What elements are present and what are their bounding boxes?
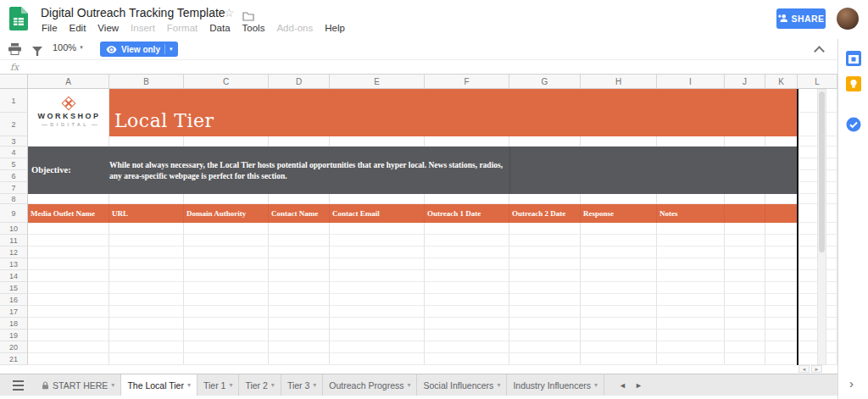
row-header-19[interactable]: 19	[0, 330, 28, 341]
document-title[interactable]: Digital Outreach Tracking Template	[41, 6, 225, 19]
cell-J20[interactable]	[725, 341, 765, 353]
table-header-outreach-1-date[interactable]: Outreach 1 Date	[425, 204, 509, 223]
menu-data[interactable]: Data	[203, 21, 236, 35]
cell-E15[interactable]	[330, 282, 425, 294]
cell-J12[interactable]	[725, 247, 765, 258]
cell-F16[interactable]	[425, 294, 509, 306]
cell-H8[interactable]	[581, 194, 657, 204]
cell-E12[interactable]	[330, 247, 425, 258]
cell-K9[interactable]	[765, 204, 798, 223]
cell-I19[interactable]	[657, 330, 725, 341]
cell-G16[interactable]	[509, 294, 581, 306]
table-header-outreach-2-date[interactable]: Outreach 2 Date	[509, 204, 581, 223]
cell-A16[interactable]	[28, 294, 109, 306]
cell-G15[interactable]	[509, 282, 581, 294]
cell-A20[interactable]	[28, 341, 109, 353]
menu-edit[interactable]: Edit	[64, 21, 92, 35]
cell-I18[interactable]	[657, 318, 725, 330]
cell-H10[interactable]	[581, 223, 657, 235]
cell-J16[interactable]	[725, 294, 765, 306]
star-icon[interactable]: ☆	[224, 6, 235, 19]
cell-K11[interactable]	[765, 235, 798, 247]
cell-C19[interactable]	[184, 330, 269, 341]
cell-E10[interactable]	[330, 223, 425, 235]
cell-E14[interactable]	[330, 270, 425, 282]
caret-down-icon[interactable]: ▾	[170, 46, 173, 53]
cell-G11[interactable]	[509, 235, 581, 247]
cell-B16[interactable]	[109, 294, 184, 306]
cell-I15[interactable]	[657, 282, 725, 294]
view-only-button[interactable]: View only ▾	[100, 42, 178, 57]
column-header-C[interactable]: C	[184, 75, 269, 89]
column-header-F[interactable]: F	[425, 75, 509, 89]
cell-G14[interactable]	[509, 270, 581, 282]
cell-F11[interactable]	[425, 235, 509, 247]
menu-tools[interactable]: Tools	[236, 21, 271, 35]
cell-K19[interactable]	[765, 330, 798, 341]
cell-B19[interactable]	[109, 330, 184, 341]
cell-J17[interactable]	[725, 306, 765, 318]
cell-G8[interactable]	[509, 194, 581, 204]
cell-A14[interactable]	[28, 270, 109, 282]
cell-E17[interactable]	[330, 306, 425, 318]
formula-bar[interactable]: fx	[0, 59, 837, 75]
cell-K18[interactable]	[765, 318, 798, 330]
row-header-16[interactable]: 16	[0, 294, 28, 306]
cell-A19[interactable]	[28, 330, 109, 341]
row-header-21[interactable]: 21	[0, 353, 28, 365]
cell-B14[interactable]	[109, 270, 184, 282]
user-avatar[interactable]	[837, 8, 859, 30]
scroll-left-button[interactable]: ◄	[798, 365, 810, 373]
cell-I14[interactable]	[657, 270, 725, 282]
cell-D21[interactable]	[269, 353, 330, 365]
row-header-18[interactable]: 18	[0, 318, 28, 330]
caret-down-icon[interactable]: ▾	[313, 381, 316, 389]
cell-D17[interactable]	[269, 306, 330, 318]
column-header-A[interactable]: A	[28, 75, 109, 89]
row-header-17[interactable]: 17	[0, 306, 28, 318]
cell-F10[interactable]	[425, 223, 509, 235]
select-all-corner[interactable]	[0, 75, 28, 89]
cell-D15[interactable]	[269, 282, 330, 294]
cell-E13[interactable]	[330, 258, 425, 270]
cell-D14[interactable]	[269, 270, 330, 282]
cell-I16[interactable]	[657, 294, 725, 306]
cell-A11[interactable]	[28, 235, 109, 247]
cell-I3[interactable]	[657, 136, 725, 147]
cell-H16[interactable]	[581, 294, 657, 306]
keep-icon[interactable]	[846, 76, 861, 91]
cell-A17[interactable]	[28, 306, 109, 318]
table-header-contact-name[interactable]: Contact Name	[269, 204, 330, 223]
cell-G20[interactable]	[509, 341, 581, 353]
cell-E18[interactable]	[330, 318, 425, 330]
cell-I11[interactable]	[657, 235, 725, 247]
horizontal-scrollbar[interactable]: ◄ ►	[0, 365, 837, 374]
cell-D10[interactable]	[269, 223, 330, 235]
row-header-2[interactable]: 2	[0, 113, 28, 136]
cell-C15[interactable]	[184, 282, 269, 294]
workshop-digital-logo[interactable]: WORKSHOP DIGITAL	[28, 89, 109, 136]
cell-C18[interactable]	[184, 318, 269, 330]
row-header-15[interactable]: 15	[0, 282, 28, 294]
menu-format[interactable]: Format	[161, 21, 203, 35]
row-header-9[interactable]: 9	[0, 204, 28, 223]
cell-B11[interactable]	[109, 235, 184, 247]
cell-A10[interactable]	[28, 223, 109, 235]
cell-K3[interactable]	[765, 136, 798, 147]
zoom-dropdown[interactable]: 100% ▾	[53, 42, 83, 53]
row-header-11[interactable]: 11	[0, 235, 28, 247]
cell-F18[interactable]	[425, 318, 509, 330]
cell-J10[interactable]	[725, 223, 765, 235]
cell-B18[interactable]	[109, 318, 184, 330]
cell-D13[interactable]	[269, 258, 330, 270]
caret-down-icon[interactable]: ▾	[407, 381, 410, 389]
cell-J11[interactable]	[725, 235, 765, 247]
sheet-tab-outreach-progress[interactable]: Outreach Progress▾	[323, 374, 417, 396]
cell-J8[interactable]	[725, 194, 765, 204]
row-header-20[interactable]: 20	[0, 341, 28, 353]
cell-F12[interactable]	[425, 247, 509, 258]
cell-I17[interactable]	[657, 306, 725, 318]
cell-A13[interactable]	[28, 258, 109, 270]
cell-I20[interactable]	[657, 341, 725, 353]
cell-C14[interactable]	[184, 270, 269, 282]
